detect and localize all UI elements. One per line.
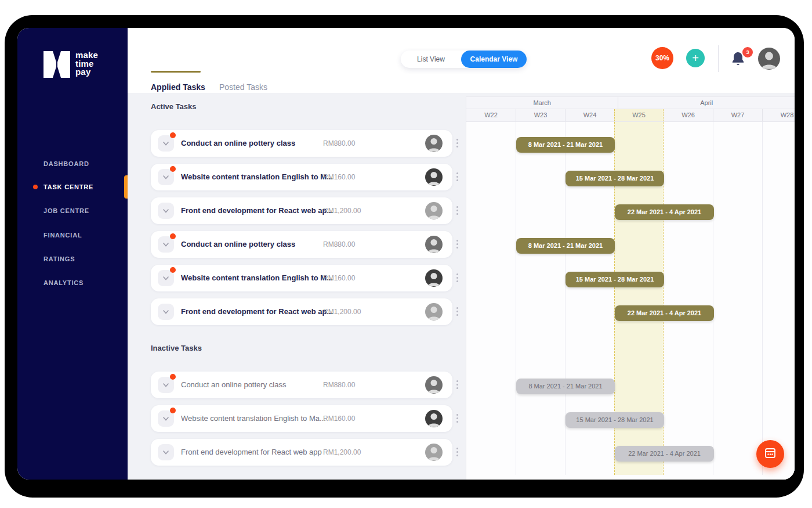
task-title: Conduct an online pottery class [181,240,295,248]
active-nav-dot [33,185,38,189]
gantt-bar[interactable]: 8 Mar 2021 - 21 Mar 2021 [516,238,615,254]
gantt-bar[interactable]: 8 Mar 2021 - 21 Mar 2021 [516,137,615,153]
task-title: Front end development for React web ap..… [181,307,333,316]
alert-dot [170,374,176,380]
sidebar: make time pay DASHBOARD TASK CENTRE JOB … [17,28,128,480]
week-label-highlighted: W25 [614,109,664,121]
assignee-avatar [425,202,443,219]
task-checkbox[interactable] [158,304,174,320]
alert-dot [170,408,176,413]
assignee-avatar [425,236,443,253]
gantt-bar-inactive[interactable]: 15 Mar 2021 - 28 Mar 2021 [566,412,664,428]
tab-applied-tasks[interactable]: Applied Tasks [151,82,205,92]
task-row[interactable]: Website content translation English to M… [151,405,452,432]
hourglass-logo-icon [44,51,70,80]
sidebar-item-job-centre[interactable]: JOB CENTRE [44,206,89,215]
gantt-bar-inactive[interactable]: 22 Mar 2021 - 4 Apr 2021 [615,446,714,462]
top-header: Applied Tasks Posted Tasks List View Cal… [128,28,795,93]
tab-posted-tasks[interactable]: Posted Tasks [219,82,267,92]
kebab-menu-icon[interactable] [456,414,459,423]
progress-badge[interactable]: 30% [651,47,673,69]
task-price: RM1,200.00 [323,207,361,215]
sidebar-item-dashboard[interactable]: DASHBOARD [44,159,89,168]
active-tab-underline [151,71,201,73]
sidebar-item-task-centre[interactable]: TASK CENTRE [44,182,93,192]
task-title: Website content translation English to M… [181,273,333,282]
week-column [762,122,795,475]
kebab-menu-icon[interactable] [456,172,459,181]
kebab-menu-icon[interactable] [456,139,459,147]
kebab-menu-icon[interactable] [456,307,459,316]
assignee-avatar [425,168,443,186]
task-row[interactable]: Website content translation English to M… [151,265,452,291]
sidebar-item-ratings[interactable]: RATINGS [44,254,75,264]
task-row[interactable]: Conduct an online pottery class RM880.00 [151,231,452,258]
week-column [466,122,516,475]
calendar-view-option[interactable]: Calendar View [461,51,527,68]
list-view-option[interactable]: List View [401,51,461,68]
sidebar-item-financial[interactable]: FINANCIAL [44,230,82,240]
task-price: RM160.00 [323,173,355,181]
task-title: Front end development for React web ap..… [181,206,333,215]
gantt-calendar: March April W22 W23 W24 W25 W26 W27 W28 … [466,96,795,480]
month-label: April [618,97,795,109]
task-price: RM880.00 [323,240,355,248]
task-row[interactable]: Website content translation English to M… [151,164,452,190]
gantt-bar[interactable]: 22 Mar 2021 - 4 Apr 2021 [615,204,714,220]
alert-dot [170,166,176,172]
kebab-menu-icon[interactable] [456,273,459,282]
week-label: W26 [664,109,713,121]
week-label: W28 [762,109,795,121]
task-title: Front end development for React web app [181,448,322,456]
gantt-bar[interactable]: 15 Mar 2021 - 28 Mar 2021 [566,272,664,287]
gantt-bar[interactable]: 15 Mar 2021 - 28 Mar 2021 [566,171,664,186]
assignee-avatar [425,269,443,287]
alert-dot [170,132,176,138]
calendar-fab-button[interactable] [756,440,784,468]
brand-logo: make time pay [44,51,98,80]
kebab-menu-icon[interactable] [456,380,459,389]
assignee-avatar [425,444,443,461]
user-avatar[interactable] [758,48,780,70]
task-row[interactable]: Front end development for React web ap..… [151,298,452,325]
assignee-avatar [425,376,443,394]
task-title: Conduct an online pottery class [181,380,286,389]
week-header-row: W22 W23 W24 W25 W26 W27 W28 [466,109,795,122]
task-row[interactable]: Front end development for React web app … [151,439,452,466]
week-label: W27 [713,109,762,121]
task-price: RM1,200.00 [323,448,361,456]
task-price: RM160.00 [323,415,355,423]
gantt-grid: 8 Mar 2021 - 21 Mar 2021 15 Mar 2021 - 2… [466,122,795,475]
add-task-button[interactable]: + [686,49,705,67]
sidebar-item-analytics[interactable]: ANALYTICS [44,278,84,287]
kebab-menu-icon[interactable] [456,240,459,248]
notification-count-badge: 3 [741,46,754,59]
task-row[interactable]: Conduct an online pottery class RM880.00 [151,130,452,157]
section-title-active: Active Tasks [151,102,197,111]
task-price: RM160.00 [323,274,355,282]
assignee-avatar [425,410,443,427]
gantt-bar-inactive[interactable]: 8 Mar 2021 - 21 Mar 2021 [516,379,615,394]
task-title: Website content translation English to M… [181,172,333,181]
task-row[interactable]: Conduct an online pottery class RM880.00 [151,372,452,398]
header-divider [718,45,719,72]
kebab-menu-icon[interactable] [456,206,459,215]
week-label: W24 [565,109,614,121]
task-title: Website content translation English to M… [181,414,326,423]
alert-dot [170,267,176,273]
week-label: W23 [516,109,565,121]
task-checkbox[interactable] [158,203,174,219]
view-toggle: List View Calendar View [401,51,527,68]
assignee-avatar [425,135,443,152]
gantt-bar[interactable]: 22 Mar 2021 - 4 Apr 2021 [615,305,714,321]
task-checkbox[interactable] [158,444,174,460]
app-window: make time pay DASHBOARD TASK CENTRE JOB … [17,28,795,480]
task-row[interactable]: Front end development for React web ap..… [151,197,452,224]
kebab-menu-icon[interactable] [456,448,459,456]
task-price: RM1,200.00 [323,308,361,316]
month-header-row: March April [466,97,795,109]
section-title-inactive: Inactive Tasks [151,344,202,352]
month-label: March [466,97,618,109]
alert-dot [170,233,176,239]
task-price: RM880.00 [323,139,355,147]
